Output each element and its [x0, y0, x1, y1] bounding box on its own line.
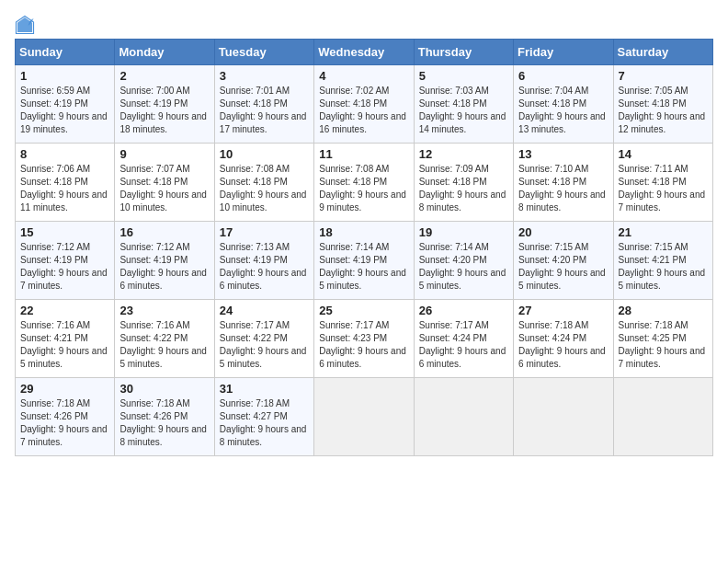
day-number: 6 — [518, 69, 608, 83]
day-number: 17 — [220, 225, 309, 239]
cell-content: Sunrise: 7:08 AM Sunset: 4:18 PM Dayligh… — [319, 163, 408, 214]
cell-content: Sunrise: 6:59 AM Sunset: 4:19 PM Dayligh… — [20, 85, 109, 136]
calendar-cell: 6 Sunrise: 7:04 AM Sunset: 4:18 PM Dayli… — [514, 65, 613, 144]
cell-content: Sunrise: 7:06 AM Sunset: 4:18 PM Dayligh… — [20, 163, 109, 214]
cell-content: Sunrise: 7:09 AM Sunset: 4:18 PM Dayligh… — [419, 163, 508, 214]
calendar-cell: 24 Sunrise: 7:17 AM Sunset: 4:22 PM Dayl… — [214, 300, 313, 378]
day-number: 11 — [319, 147, 408, 161]
day-number: 13 — [518, 147, 608, 161]
day-number: 23 — [119, 304, 209, 317]
cell-content: Sunrise: 7:14 AM Sunset: 4:19 PM Dayligh… — [319, 241, 408, 293]
calendar-week-4: 22 Sunrise: 7:16 AM Sunset: 4:21 PM Dayl… — [16, 300, 713, 378]
calendar-cell: 8 Sunrise: 7:06 AM Sunset: 4:18 PM Dayli… — [16, 144, 115, 222]
day-number: 30 — [119, 382, 209, 396]
calendar-cell: 1 Sunrise: 6:59 AM Sunset: 4:19 PM Dayli… — [16, 65, 115, 144]
day-number: 7 — [619, 69, 708, 83]
day-number: 4 — [319, 69, 408, 83]
day-number: 25 — [319, 304, 408, 317]
header-sunday: Sunday — [16, 40, 115, 65]
day-number: 27 — [518, 304, 608, 317]
calendar-week-2: 8 Sunrise: 7:06 AM Sunset: 4:18 PM Dayli… — [16, 144, 713, 222]
cell-content: Sunrise: 7:07 AM Sunset: 4:18 PM Dayligh… — [119, 163, 209, 214]
calendar-header-row: SundayMondayTuesdayWednesdayThursdayFrid… — [16, 40, 713, 65]
cell-content: Sunrise: 7:17 AM Sunset: 4:22 PM Dayligh… — [220, 319, 309, 371]
calendar-cell: 30 Sunrise: 7:18 AM Sunset: 4:26 PM Dayl… — [115, 378, 214, 456]
cell-content: Sunrise: 7:12 AM Sunset: 4:19 PM Dayligh… — [20, 241, 109, 293]
calendar-cell — [314, 378, 414, 456]
cell-content: Sunrise: 7:16 AM Sunset: 4:21 PM Dayligh… — [20, 319, 109, 371]
cell-content: Sunrise: 7:16 AM Sunset: 4:22 PM Dayligh… — [119, 319, 209, 371]
day-number: 8 — [20, 147, 109, 161]
day-number: 22 — [20, 304, 109, 317]
calendar-cell: 19 Sunrise: 7:14 AM Sunset: 4:20 PM Dayl… — [414, 222, 513, 300]
cell-content: Sunrise: 7:02 AM Sunset: 4:18 PM Dayligh… — [319, 85, 408, 136]
day-number: 16 — [119, 225, 209, 239]
day-number: 20 — [518, 225, 608, 239]
logo-icon — [15, 15, 35, 35]
calendar-cell: 27 Sunrise: 7:18 AM Sunset: 4:24 PM Dayl… — [514, 300, 613, 378]
cell-content: Sunrise: 7:15 AM Sunset: 4:20 PM Dayligh… — [518, 241, 608, 293]
calendar-cell: 10 Sunrise: 7:08 AM Sunset: 4:18 PM Dayl… — [214, 144, 313, 222]
day-number: 10 — [220, 147, 309, 161]
cell-content: Sunrise: 7:01 AM Sunset: 4:18 PM Dayligh… — [220, 85, 309, 136]
day-number: 19 — [419, 225, 508, 239]
cell-content: Sunrise: 7:04 AM Sunset: 4:18 PM Dayligh… — [518, 85, 608, 136]
calendar-cell: 26 Sunrise: 7:17 AM Sunset: 4:24 PM Dayl… — [414, 300, 513, 378]
header-saturday: Saturday — [613, 40, 712, 65]
header-friday: Friday — [514, 40, 613, 65]
calendar-cell: 14 Sunrise: 7:11 AM Sunset: 4:18 PM Dayl… — [613, 144, 712, 222]
calendar-cell: 28 Sunrise: 7:18 AM Sunset: 4:25 PM Dayl… — [613, 300, 712, 378]
page-header — [15, 15, 713, 35]
day-number: 26 — [419, 304, 508, 317]
cell-content: Sunrise: 7:00 AM Sunset: 4:19 PM Dayligh… — [119, 85, 209, 136]
day-number: 28 — [619, 304, 708, 317]
header-thursday: Thursday — [414, 40, 513, 65]
cell-content: Sunrise: 7:17 AM Sunset: 4:23 PM Dayligh… — [319, 319, 408, 371]
day-number: 2 — [119, 69, 209, 83]
calendar-cell: 12 Sunrise: 7:09 AM Sunset: 4:18 PM Dayl… — [414, 144, 513, 222]
calendar-cell: 22 Sunrise: 7:16 AM Sunset: 4:21 PM Dayl… — [16, 300, 115, 378]
day-number: 31 — [220, 382, 309, 396]
cell-content: Sunrise: 7:18 AM Sunset: 4:27 PM Dayligh… — [220, 397, 309, 449]
cell-content: Sunrise: 7:05 AM Sunset: 4:18 PM Dayligh… — [619, 85, 708, 136]
day-number: 29 — [20, 382, 109, 396]
calendar-cell: 15 Sunrise: 7:12 AM Sunset: 4:19 PM Dayl… — [16, 222, 115, 300]
day-number: 9 — [119, 147, 209, 161]
calendar-table: SundayMondayTuesdayWednesdayThursdayFrid… — [15, 39, 713, 456]
cell-content: Sunrise: 7:13 AM Sunset: 4:19 PM Dayligh… — [220, 241, 309, 293]
cell-content: Sunrise: 7:10 AM Sunset: 4:18 PM Dayligh… — [518, 163, 608, 214]
logo — [15, 15, 39, 35]
calendar-week-1: 1 Sunrise: 6:59 AM Sunset: 4:19 PM Dayli… — [16, 65, 713, 144]
cell-content: Sunrise: 7:18 AM Sunset: 4:26 PM Dayligh… — [119, 397, 209, 449]
calendar-cell: 9 Sunrise: 7:07 AM Sunset: 4:18 PM Dayli… — [115, 144, 214, 222]
calendar-cell: 17 Sunrise: 7:13 AM Sunset: 4:19 PM Dayl… — [214, 222, 313, 300]
cell-content: Sunrise: 7:11 AM Sunset: 4:18 PM Dayligh… — [619, 163, 708, 214]
day-number: 5 — [419, 69, 508, 83]
day-number: 15 — [20, 225, 109, 239]
calendar-cell: 29 Sunrise: 7:18 AM Sunset: 4:26 PM Dayl… — [16, 378, 115, 456]
calendar-cell: 4 Sunrise: 7:02 AM Sunset: 4:18 PM Dayli… — [314, 65, 414, 144]
cell-content: Sunrise: 7:18 AM Sunset: 4:26 PM Dayligh… — [20, 397, 109, 449]
cell-content: Sunrise: 7:17 AM Sunset: 4:24 PM Dayligh… — [419, 319, 508, 371]
cell-content: Sunrise: 7:18 AM Sunset: 4:24 PM Dayligh… — [518, 319, 608, 371]
calendar-cell: 25 Sunrise: 7:17 AM Sunset: 4:23 PM Dayl… — [314, 300, 414, 378]
day-number: 24 — [220, 304, 309, 317]
header-tuesday: Tuesday — [214, 40, 313, 65]
cell-content: Sunrise: 7:15 AM Sunset: 4:21 PM Dayligh… — [619, 241, 708, 293]
day-number: 1 — [20, 69, 109, 83]
cell-content: Sunrise: 7:12 AM Sunset: 4:19 PM Dayligh… — [119, 241, 209, 293]
calendar-cell — [613, 378, 712, 456]
day-number: 12 — [419, 147, 508, 161]
calendar-cell: 20 Sunrise: 7:15 AM Sunset: 4:20 PM Dayl… — [514, 222, 613, 300]
calendar-cell: 2 Sunrise: 7:00 AM Sunset: 4:19 PM Dayli… — [115, 65, 214, 144]
cell-content: Sunrise: 7:03 AM Sunset: 4:18 PM Dayligh… — [419, 85, 508, 136]
calendar-cell: 5 Sunrise: 7:03 AM Sunset: 4:18 PM Dayli… — [414, 65, 513, 144]
calendar-cell: 13 Sunrise: 7:10 AM Sunset: 4:18 PM Dayl… — [514, 144, 613, 222]
calendar-week-3: 15 Sunrise: 7:12 AM Sunset: 4:19 PM Dayl… — [16, 222, 713, 300]
day-number: 3 — [220, 69, 309, 83]
header-monday: Monday — [115, 40, 214, 65]
calendar-week-5: 29 Sunrise: 7:18 AM Sunset: 4:26 PM Dayl… — [16, 378, 713, 456]
calendar-cell: 21 Sunrise: 7:15 AM Sunset: 4:21 PM Dayl… — [613, 222, 712, 300]
calendar-cell: 11 Sunrise: 7:08 AM Sunset: 4:18 PM Dayl… — [314, 144, 414, 222]
cell-content: Sunrise: 7:18 AM Sunset: 4:25 PM Dayligh… — [619, 319, 708, 371]
